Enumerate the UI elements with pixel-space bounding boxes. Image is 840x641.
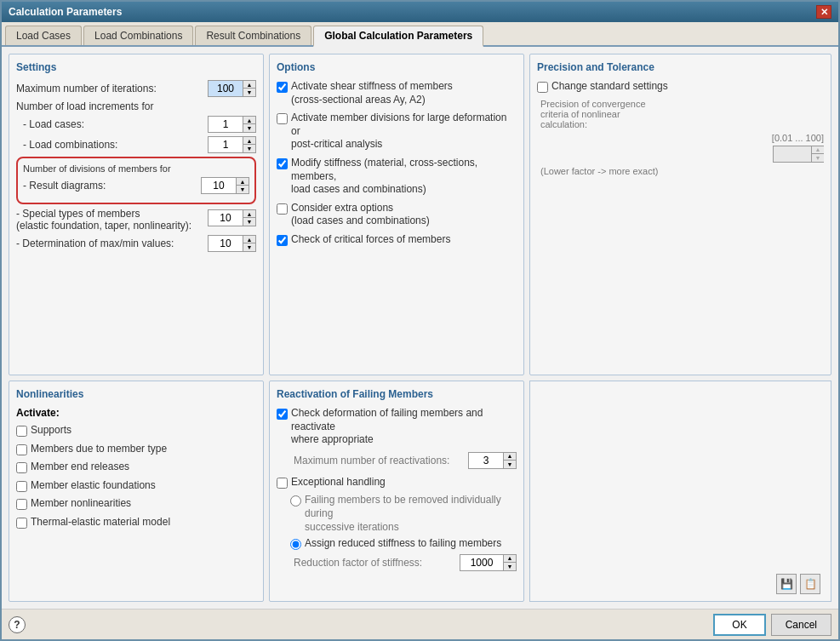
load-combinations-input[interactable]: ▲ ▼ <box>208 136 256 153</box>
bottom-icons: 💾 📋 <box>776 574 820 594</box>
special-types-down[interactable]: ▼ <box>243 218 255 226</box>
members-by-type-checkbox[interactable] <box>16 444 27 455</box>
check-deformation-checkbox[interactable] <box>277 409 288 420</box>
special-types-up[interactable]: ▲ <box>243 210 255 218</box>
tab-load-combinations[interactable]: Load Combinations <box>83 26 193 45</box>
precision-down: ▼ <box>812 154 824 162</box>
change-standard-checkbox[interactable] <box>537 82 548 93</box>
cancel-button[interactable]: Cancel <box>771 614 831 636</box>
load-cases-up[interactable]: ▲ <box>243 117 255 124</box>
special-types-input[interactable]: ▲ ▼ <box>208 209 256 226</box>
reduction-factor-up[interactable]: ▲ <box>504 555 516 563</box>
nonlinearities-panel: Nonlinearities Activate: Supports Member… <box>9 381 264 602</box>
precision-title: Precision and Tolerance <box>537 61 824 73</box>
reduction-factor-input[interactable]: ▲ ▼ <box>460 554 517 571</box>
consider-extra-row: Consider extra options(load cases and co… <box>277 202 517 228</box>
precision-criteria-label: Precision of convergencecriteria of nonl… <box>540 99 824 129</box>
reduction-factor-down[interactable]: ▼ <box>504 563 516 570</box>
exceptional-handling-checkbox[interactable] <box>277 478 288 489</box>
thermal-elastic-row: Thermal-elastic material model <box>16 516 256 529</box>
load-combinations-up[interactable]: ▲ <box>243 137 255 145</box>
result-diagrams-spinners: ▲ ▼ <box>236 178 249 193</box>
reduction-factor-spinners: ▲ ▼ <box>503 555 516 570</box>
max-reactivations-spinners: ▲ ▼ <box>503 453 516 468</box>
max-reactivations-field[interactable] <box>469 453 503 468</box>
precision-input: ▲ ▼ <box>773 146 824 163</box>
max-min-label: - Determination of max/min values: <box>16 238 208 249</box>
max-reactivations-down[interactable]: ▼ <box>504 461 516 468</box>
members-by-type-label: Members due to member type <box>31 443 167 456</box>
change-standard-row: Change standard settings <box>537 80 824 94</box>
max-min-row: - Determination of max/min values: ▲ ▼ <box>16 235 256 252</box>
consider-extra-checkbox[interactable] <box>277 203 288 215</box>
precision-spinners: ▲ ▼ <box>811 146 824 162</box>
thermal-elastic-checkbox[interactable] <box>16 518 27 529</box>
result-diagrams-input[interactable]: ▲ ▼ <box>201 177 249 194</box>
member-nonlinearities-checkbox[interactable] <box>16 499 27 510</box>
load-cases-input[interactable]: ▲ ▼ <box>208 116 256 133</box>
result-diagrams-down[interactable]: ▼ <box>237 186 249 193</box>
load-cases-down[interactable]: ▼ <box>243 124 255 132</box>
max-iterations-field[interactable] <box>209 81 243 96</box>
supports-row: Supports <box>16 424 256 438</box>
tab-global-calc-params[interactable]: Global Calculation Parameters <box>313 26 483 47</box>
window-title: Calculation Parameters <box>9 6 122 18</box>
member-divisions-checkbox[interactable] <box>277 113 288 124</box>
max-reactivations-input[interactable]: ▲ ▼ <box>468 452 517 469</box>
max-reactivations-row: Maximum number of reactivations: ▲ ▼ <box>294 452 517 469</box>
special-types-field[interactable] <box>209 210 243 226</box>
max-min-up[interactable]: ▲ <box>243 236 255 243</box>
precision-controls: Precision of convergencecriteria of nonl… <box>540 99 824 176</box>
max-iterations-down[interactable]: ▼ <box>243 89 255 96</box>
precision-up: ▲ <box>812 146 824 154</box>
load-combinations-spinners: ▲ ▼ <box>243 137 255 152</box>
max-iterations-up[interactable]: ▲ <box>243 81 255 89</box>
assign-reduced-row: Assign reduced stiffness to failing memb… <box>290 537 517 551</box>
check-critical-checkbox[interactable] <box>277 235 288 246</box>
tab-load-cases[interactable]: Load Cases <box>5 26 82 45</box>
max-iterations-input[interactable]: ▲ ▼ <box>208 80 256 97</box>
max-min-down[interactable]: ▼ <box>243 243 255 251</box>
max-min-input[interactable]: ▲ ▼ <box>208 235 256 252</box>
member-end-releases-row: Member end releases <box>16 461 256 474</box>
close-button[interactable]: ✕ <box>816 5 831 19</box>
member-end-releases-checkbox[interactable] <box>16 462 27 473</box>
top-panels: Settings Maximum number of iterations: ▲… <box>9 54 831 375</box>
help-button[interactable]: ? <box>9 616 26 633</box>
member-elastic-foundations-checkbox[interactable] <box>16 481 27 492</box>
load-cases-field[interactable] <box>209 117 243 132</box>
reduction-factor-row: Reduction factor of stiffness: ▲ ▼ <box>294 554 517 571</box>
tab-result-combinations[interactable]: Result Combinations <box>195 26 311 45</box>
load-combinations-field[interactable] <box>209 137 243 152</box>
modify-stiffness-checkbox[interactable] <box>277 158 288 169</box>
max-min-spinners: ▲ ▼ <box>243 236 255 251</box>
check-critical-label: Check of critical forces of members <box>291 233 450 247</box>
precision-field <box>774 146 811 162</box>
main-window: Calculation Parameters ✕ Load Cases Load… <box>0 0 840 641</box>
save-icon-button[interactable]: 💾 <box>776 574 797 594</box>
result-diagrams-field[interactable] <box>202 178 236 193</box>
ok-button[interactable]: OK <box>713 614 765 636</box>
options-title: Options <box>277 61 517 73</box>
max-min-field[interactable] <box>209 236 243 251</box>
max-reactivations-up[interactable]: ▲ <box>504 453 516 461</box>
member-elastic-foundations-label: Member elastic foundations <box>31 479 156 493</box>
result-diagrams-up[interactable]: ▲ <box>237 178 249 186</box>
check-deformation-label: Check deformation of failing members and… <box>291 407 517 447</box>
assign-reduced-radio[interactable] <box>290 539 301 550</box>
special-types-spinners: ▲ ▼ <box>243 210 255 226</box>
bottom-bar: ? OK Cancel <box>2 609 838 639</box>
load-increments-section: Number of load increments for <box>16 100 256 112</box>
options-panel: Options Activate shear stiffness of memb… <box>269 54 524 375</box>
failing-removed-radio[interactable] <box>290 495 301 507</box>
special-types-label: - Special types of members(elastic found… <box>16 208 208 232</box>
max-reactivations-label: Maximum number of reactivations: <box>294 455 468 466</box>
load-cases-spinners: ▲ ▼ <box>243 117 255 132</box>
reduction-factor-field[interactable] <box>460 555 503 570</box>
supports-checkbox[interactable] <box>16 426 27 437</box>
modify-stiffness-row: Modify stiffness (material, cross-sectio… <box>277 157 517 197</box>
load-combinations-down[interactable]: ▼ <box>243 145 255 152</box>
shear-stiffness-checkbox[interactable] <box>277 82 288 93</box>
clipboard-icon-button[interactable]: 📋 <box>800 574 820 594</box>
modify-stiffness-label: Modify stiffness (material, cross-sectio… <box>291 157 517 197</box>
